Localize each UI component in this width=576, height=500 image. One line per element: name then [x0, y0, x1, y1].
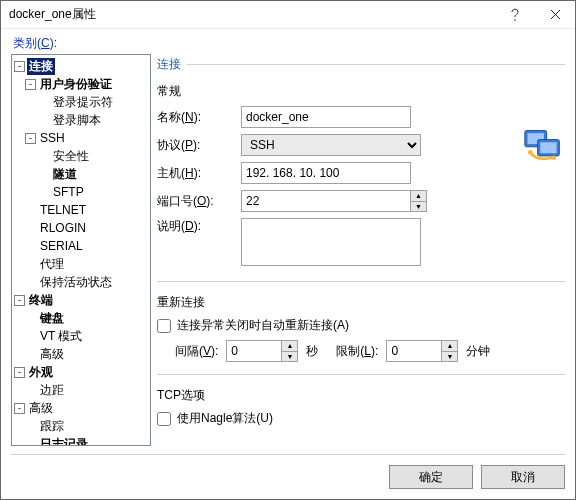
- tree-ssh[interactable]: SSH: [14, 129, 150, 147]
- tree-term-advanced[interactable]: 高级: [14, 345, 150, 363]
- connection-icon: [521, 125, 565, 165]
- tree-tunnel[interactable]: 隧道: [14, 165, 150, 183]
- desc-textarea[interactable]: [241, 218, 421, 266]
- tree-keepalive[interactable]: 保持活动状态: [14, 273, 150, 291]
- tree-security[interactable]: 安全性: [14, 147, 150, 165]
- limit-label: 限制(L):: [336, 343, 378, 360]
- tree-proxy[interactable]: 代理: [14, 255, 150, 273]
- tree-advanced[interactable]: 高级: [14, 399, 150, 417]
- nagle-checkbox[interactable]: 使用Nagle算法(U): [157, 410, 565, 427]
- limit-input[interactable]: [386, 340, 442, 362]
- host-label: 主机(H):: [157, 165, 241, 182]
- dialog-footer: 确定 取消: [11, 454, 565, 489]
- help-button[interactable]: [495, 1, 535, 29]
- tree-toggle-icon[interactable]: [25, 133, 36, 144]
- divider: [157, 374, 565, 375]
- tree-toggle-icon[interactable]: [14, 295, 25, 306]
- tcp-title: TCP选项: [157, 387, 565, 404]
- tree-toggle-icon[interactable]: [14, 367, 25, 378]
- tree-toggle-icon[interactable]: [14, 403, 25, 414]
- seconds-label: 秒: [306, 343, 318, 360]
- tree-margin[interactable]: 边距: [14, 381, 150, 399]
- port-label: 端口号(O):: [157, 193, 241, 210]
- svg-point-5: [528, 150, 533, 155]
- chevron-up-icon[interactable]: ▲: [411, 191, 426, 202]
- group-general: 常规 名称(N): 协议(P):: [157, 83, 565, 269]
- tree-terminal[interactable]: 终端: [14, 291, 150, 309]
- tree-auth[interactable]: 用户身份验证: [14, 75, 150, 93]
- tree-trace[interactable]: 跟踪: [14, 417, 150, 435]
- category-label: 类别(C):: [13, 35, 565, 52]
- minutes-label: 分钟: [466, 343, 490, 360]
- tree-script[interactable]: 登录脚本: [14, 111, 150, 129]
- svg-point-0: [514, 19, 516, 21]
- tree-sftp[interactable]: SFTP: [14, 183, 150, 201]
- name-label: 名称(N):: [157, 109, 241, 126]
- name-input[interactable]: [241, 106, 411, 128]
- interval-label: 间隔(V):: [175, 343, 218, 360]
- title-bar: docker_one属性: [1, 1, 575, 29]
- interval-input[interactable]: [226, 340, 282, 362]
- chevron-down-icon[interactable]: ▼: [282, 352, 297, 362]
- svg-point-6: [552, 155, 557, 160]
- interval-stepper[interactable]: ▲▼: [226, 340, 298, 362]
- auto-reconnect-checkbox[interactable]: 连接异常关闭时自动重新连接(A): [157, 317, 565, 334]
- chevron-up-icon[interactable]: ▲: [442, 341, 457, 352]
- tree-rlogin[interactable]: RLOGIN: [14, 219, 150, 237]
- chevron-down-icon[interactable]: ▼: [442, 352, 457, 362]
- chevron-down-icon[interactable]: ▼: [411, 202, 426, 212]
- chevron-up-icon[interactable]: ▲: [282, 341, 297, 352]
- svg-rect-4: [540, 142, 556, 153]
- tree-telnet[interactable]: TELNET: [14, 201, 150, 219]
- host-input[interactable]: [241, 162, 411, 184]
- general-label: 常规: [157, 83, 565, 100]
- divider: [157, 281, 565, 282]
- tree-logging[interactable]: 日志记录: [14, 435, 150, 446]
- tree-toggle-icon[interactable]: [14, 61, 25, 72]
- protocol-label: 协议(P):: [157, 137, 241, 154]
- tree-appearance[interactable]: 外观: [14, 363, 150, 381]
- cancel-button[interactable]: 取消: [481, 465, 565, 489]
- window-title: docker_one属性: [9, 6, 495, 23]
- tree-prompt[interactable]: 登录提示符: [14, 93, 150, 111]
- protocol-select[interactable]: SSH: [241, 134, 421, 156]
- tree-serial[interactable]: SERIAL: [14, 237, 150, 255]
- group-tcp: TCP选项 使用Nagle算法(U): [157, 387, 565, 427]
- group-reconnect: 重新连接 连接异常关闭时自动重新连接(A) 间隔(V): ▲▼ 秒 限制(L):…: [157, 294, 565, 362]
- panel-header: 连接: [157, 54, 565, 75]
- tree-toggle-icon[interactable]: [25, 79, 36, 90]
- tree-connection[interactable]: 连接: [14, 57, 150, 75]
- ok-button[interactable]: 确定: [389, 465, 473, 489]
- right-panel: 连接 常规 名称(N):: [157, 54, 565, 446]
- port-input[interactable]: [241, 190, 411, 212]
- tree-keyboard[interactable]: 键盘: [14, 309, 150, 327]
- reconnect-title: 重新连接: [157, 294, 565, 311]
- port-stepper[interactable]: ▲▼: [241, 190, 427, 212]
- close-button[interactable]: [535, 1, 575, 29]
- dialog-content: 类别(C): 连接 用户身份验证 登录提示符 登录脚本 SSH 安全性: [1, 29, 575, 499]
- tree-vtmode[interactable]: VT 模式: [14, 327, 150, 345]
- limit-stepper[interactable]: ▲▼: [386, 340, 458, 362]
- desc-label: 说明(D):: [157, 218, 241, 235]
- category-tree[interactable]: 连接 用户身份验证 登录提示符 登录脚本 SSH 安全性 隧道 SFTP: [11, 54, 151, 446]
